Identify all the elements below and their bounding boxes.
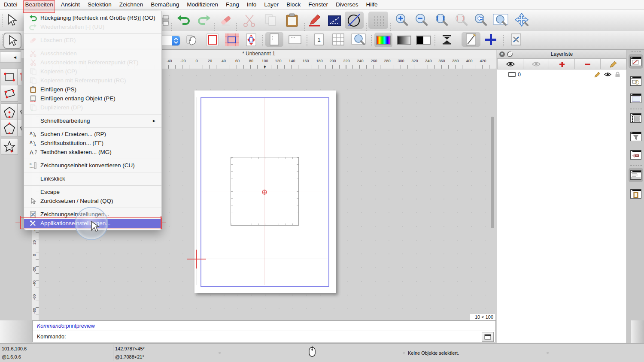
show-all-layers-icon[interactable] (497, 59, 523, 69)
crosshair-icon[interactable] (482, 32, 500, 47)
collapse-panel-button[interactable]: ◄ (0, 51, 21, 63)
rotated-rectangle-tool[interactable] (1, 85, 18, 102)
menu-bemassung[interactable]: Bemaßung (147, 0, 183, 9)
menu-item-zeichnungseinstellungen[interactable]: Zeichnungseinstellungen... (24, 210, 161, 219)
copy-icon[interactable] (262, 12, 280, 29)
menu-selektion[interactable]: Selektion (84, 0, 115, 9)
menu-item-zuruecksetzen[interactable]: Zurücksetzen / Neutral (QQ) (24, 196, 161, 205)
visible-eye-icon[interactable] (604, 72, 611, 77)
polygon-vertices-tool[interactable] (1, 120, 18, 136)
selection-filter-panel-button[interactable] (629, 129, 643, 144)
menu-ansicht[interactable]: Ansicht (57, 0, 84, 9)
toolbar-grip[interactable] (2, 34, 3, 46)
zoom-page-icon[interactable] (349, 32, 369, 47)
toolbar-grip[interactable] (2, 14, 3, 27)
menu-item-escape[interactable]: Escape (24, 187, 161, 196)
menu-hilfe[interactable]: Hilfe (362, 0, 381, 9)
menu-item-schriftsubstitution[interactable]: AA Schriftsubstitution... (FF) (24, 139, 161, 148)
measure-scale-icon[interactable] (325, 12, 343, 29)
menu-item-suchen-ersetzen[interactable]: AB Suchen / Ersetzen... (RP) (24, 130, 161, 139)
menu-bearbeiten[interactable]: Bearbeiten (21, 0, 57, 9)
menu-item-undo[interactable]: Rückgängig [Rechteck mit Größe (RS)] (OO… (24, 13, 161, 22)
menu-item-zeichnungseinheit[interactable]: inmm Zeichnungseinheit konvertieren (CU) (24, 161, 161, 170)
menu-item-redo[interactable]: Wiederherstellen [-] (UU) (24, 22, 161, 31)
zoom-out-icon[interactable] (413, 12, 430, 29)
hairline-mode-icon[interactable] (438, 33, 456, 47)
blackwhite-mode-icon[interactable] (414, 33, 432, 47)
command-widget-panel-button[interactable] (629, 148, 643, 162)
command-options-button[interactable] (482, 332, 494, 342)
menu-item-ausschneiden-ref[interactable]: + Ausschneiden mit Referenzpunkt (RT) (24, 58, 161, 67)
edit-pencil-icon[interactable] (594, 72, 601, 78)
undo-icon[interactable] (175, 12, 192, 29)
menu-item-kopieren-ref[interactable]: + Kopieren mit Referenzpunkt (RC) (24, 76, 161, 85)
margins-icon[interactable] (223, 33, 240, 47)
pencil-icon[interactable] (307, 12, 324, 29)
menu-item-texthoehen[interactable]: A Texthöhen skalieren... (MG) (24, 148, 161, 157)
command-input-row[interactable]: Kommando: (32, 331, 496, 342)
lock-icon[interactable] (615, 72, 620, 78)
float-panel-icon[interactable] (507, 51, 513, 57)
add-layer-icon[interactable] (549, 59, 575, 69)
menu-item-kopieren[interactable]: Kopieren (CP) (24, 67, 161, 76)
menu-item-applikationseinstellungen[interactable]: Applikationseinstellungen... (24, 219, 161, 228)
menu-zeichnen[interactable]: Zeichnen (115, 0, 147, 9)
eraser-icon[interactable] (217, 12, 234, 29)
landscape-icon[interactable] (286, 32, 304, 47)
menu-info[interactable]: Info (243, 0, 261, 9)
page-pencil-icon[interactable] (462, 32, 480, 47)
menu-diverses[interactable]: Diverses (332, 0, 362, 9)
library-browser-panel-button[interactable] (629, 91, 643, 106)
multi-page-icon[interactable] (330, 32, 347, 47)
dock-grip[interactable] (631, 51, 641, 52)
star-tool[interactable] (1, 138, 18, 155)
zoom-fit-icon[interactable] (433, 12, 451, 29)
menu-item-einfuegen-entlang[interactable]: Einfügen entlang Objekt (PE) (24, 94, 161, 103)
portrait-icon[interactable] (265, 32, 283, 47)
redo-icon[interactable] (195, 12, 213, 29)
hide-all-layers-icon[interactable] (523, 59, 549, 69)
menu-block[interactable]: Block (283, 0, 304, 9)
menu-modifizieren[interactable]: Modifizieren (183, 0, 222, 9)
layer-list-panel-button[interactable] (629, 54, 643, 69)
clipboard-panel-button[interactable] (629, 187, 643, 201)
selection-pointer-icon[interactable] (3, 12, 20, 29)
menu-item-linksklick[interactable]: Linksklick (24, 174, 161, 183)
zoom-auto-icon[interactable] (513, 12, 531, 29)
cut-icon[interactable] (240, 12, 258, 29)
zoom-window-icon[interactable] (491, 12, 511, 29)
menu-item-einfuegen[interactable]: Einfügen (PS) (24, 85, 161, 94)
edit-layer-icon[interactable] (601, 59, 626, 69)
command-line-panel-button[interactable] (629, 168, 643, 182)
vertical-scrollbar[interactable] (491, 117, 494, 228)
grid-icon[interactable] (368, 12, 388, 29)
draft-mode-icon[interactable] (345, 12, 364, 29)
paste-icon[interactable] (283, 12, 301, 29)
layer-row[interactable]: 0 (497, 69, 626, 79)
pan-hand-icon[interactable] (184, 33, 201, 47)
zoom-previous-icon[interactable] (472, 12, 489, 29)
rectangle-size-tool[interactable] (1, 69, 18, 85)
menu-item-ausschneiden[interactable]: Ausschneiden (24, 49, 161, 58)
menu-fang[interactable]: Fang (222, 0, 243, 9)
selection-pointer-active-icon[interactable] (3, 33, 21, 49)
polygon-center-tool[interactable] (1, 103, 18, 120)
close-icon[interactable]: ✕ (499, 51, 505, 57)
menu-datei[interactable]: Datei (0, 0, 21, 9)
menu-item-schnellbearbeitung[interactable]: Schnellbearbeitung ► (24, 116, 161, 125)
scale-select[interactable] (160, 33, 180, 48)
auto-fit-icon[interactable] (243, 33, 259, 47)
zoom-in-icon[interactable] (393, 12, 410, 29)
menu-item-loeschen[interactable]: Löschen (ER) (24, 36, 161, 45)
menu-item-duplizieren[interactable]: Duplizieren (DP) (24, 103, 161, 112)
property-editor-panel-button[interactable] (629, 111, 643, 125)
settings-page-icon[interactable] (507, 32, 526, 47)
paper-border-icon[interactable] (204, 33, 221, 47)
block-list-panel-button[interactable] (629, 74, 643, 88)
document-tab-title[interactable]: * Unbenannt 1 (242, 51, 275, 57)
single-page-icon[interactable]: 1 (311, 32, 327, 47)
remove-layer-icon[interactable] (575, 59, 601, 69)
menu-fenster[interactable]: Fenster (304, 0, 332, 9)
zoom-selection-icon[interactable] (453, 12, 471, 29)
grayscale-mode-icon[interactable] (395, 33, 413, 47)
